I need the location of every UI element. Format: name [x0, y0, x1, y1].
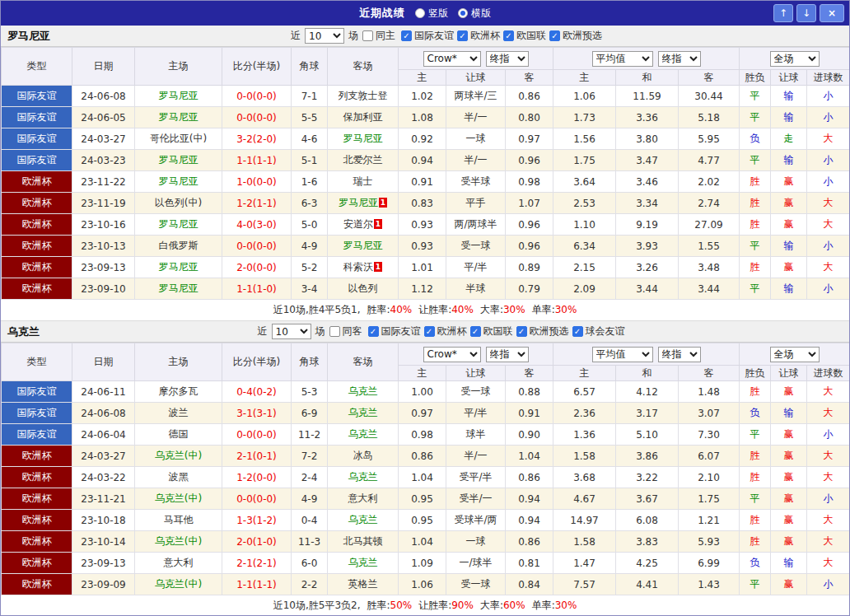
team-label: 罗马尼亚	[159, 111, 198, 123]
odds-home: 0.94	[399, 150, 446, 171]
sub-col-handicap-result: 让球	[771, 366, 807, 381]
scroll-up-button[interactable]: ↑	[773, 4, 793, 22]
radio-selected-icon[interactable]	[458, 8, 468, 18]
team-label: 乌克兰(中)	[155, 450, 202, 461]
result-outcome: 胜	[740, 467, 771, 488]
away-team: 乌克兰	[328, 424, 399, 446]
avg-away: 5.18	[679, 107, 740, 128]
match-date: 24-06-11	[72, 381, 135, 403]
scope-select[interactable]: 全场	[770, 347, 820, 362]
checkbox-checked-icon[interactable]: ✓	[368, 326, 379, 337]
competition-filter[interactable]: ✓欧国联	[503, 29, 546, 43]
match-row: 欧洲杯23-10-14乌克兰(中)2-0(1-0)11-3北马其顿1.04一球0…	[2, 531, 850, 553]
odds-home: 1.12	[399, 278, 446, 300]
result-goals: 大	[807, 446, 850, 467]
result-goals: 大	[807, 193, 850, 214]
filter-bar: 近 10 场 同客 ✓国际友谊✓欧洲杯✓欧国联✓欧洲预选✓球会友谊	[40, 324, 843, 339]
odds-company-select[interactable]: Crow*	[423, 51, 481, 67]
average-select[interactable]: 平均值	[592, 51, 653, 67]
scroll-down-button[interactable]: ↓	[796, 4, 816, 22]
odds-home: 0.86	[399, 446, 446, 467]
odds-away: 0.90	[506, 424, 553, 446]
avg-draw: 6.08	[616, 510, 679, 531]
same-home-filter[interactable]: 同主	[362, 29, 395, 43]
odds-away: 0.79	[506, 278, 553, 300]
team-label: 哥伦比亚(中)	[150, 133, 207, 144]
team-label: 乌克兰(中)	[155, 492, 202, 504]
competition-filter[interactable]: ✓欧洲预选	[549, 29, 602, 43]
competition-filter[interactable]: ✓欧洲杯	[424, 324, 467, 338]
close-button[interactable]: ×	[820, 4, 844, 22]
same-away-filter[interactable]: 同客	[329, 324, 362, 338]
match-row: 国际友谊24-06-04德国0-0(0-0)11-2乌克兰0.98球半0.901…	[2, 424, 850, 446]
games-label: 场	[348, 29, 358, 43]
team-label: 罗马尼亚	[159, 218, 198, 230]
checkbox-checked-icon[interactable]: ✓	[401, 30, 412, 41]
match-row: 欧洲杯23-10-18马耳他1-3(1-2)0-4乌克兰0.95受球半/两0.9…	[2, 510, 850, 531]
avg-draw: 3.17	[616, 403, 679, 424]
competition-filter[interactable]: ✓球会友谊	[572, 324, 625, 338]
checkbox-unchecked-icon[interactable]	[362, 30, 373, 41]
match-type-badge: 欧洲杯	[2, 193, 72, 214]
competition-filter[interactable]: ✓欧国联	[470, 324, 513, 338]
scope-select[interactable]: 全场	[770, 51, 820, 67]
sub-col-avg-away: 客	[679, 366, 740, 381]
match-date: 23-10-13	[72, 236, 135, 257]
competition-filter[interactable]: ✓欧洲预选	[516, 324, 569, 338]
match-score: 0-4(0-2)	[222, 381, 292, 403]
avg-draw: 9.19	[616, 214, 679, 236]
checkbox-checked-icon[interactable]: ✓	[549, 30, 560, 41]
match-score: 0-0(0-0)	[222, 424, 292, 446]
average-stage-select[interactable]: 终指	[658, 347, 701, 362]
match-count-select[interactable]: 10	[305, 28, 344, 44]
checkbox-checked-icon[interactable]: ✓	[470, 326, 481, 337]
radio-unselected-icon[interactable]	[415, 8, 425, 18]
team-label: 罗马尼亚	[343, 133, 383, 144]
corner-count: 6-0	[292, 553, 328, 574]
checkbox-checked-icon[interactable]: ✓	[424, 326, 435, 337]
checkbox-checked-icon[interactable]: ✓	[457, 30, 468, 41]
odds-company-select[interactable]: Crow*	[423, 347, 481, 362]
odds-handicap: 受半/一	[446, 488, 506, 510]
match-row: 国际友谊24-06-08波兰3-1(3-1)6-9乌克兰0.97平/半0.912…	[2, 403, 850, 424]
odds-away: 1.07	[506, 193, 553, 214]
odds-handicap: 一球	[446, 531, 506, 553]
competition-filter[interactable]: ✓欧洲杯	[457, 29, 500, 43]
avg-home: 3.64	[553, 171, 616, 193]
odds-handicap: 平手	[446, 193, 506, 214]
avg-home: 1.47	[553, 553, 616, 574]
competition-filter-label: 国际友谊	[381, 324, 421, 338]
layout-radio-horizontal[interactable]: 横版	[458, 7, 491, 21]
away-team: 瑞士	[328, 171, 399, 193]
match-count-select[interactable]: 10	[272, 324, 311, 339]
odds-home: 0.95	[399, 488, 446, 510]
team-label: 乌克兰	[348, 428, 378, 440]
odds-stage-select[interactable]: 终指	[486, 51, 529, 67]
avg-draw: 3.22	[616, 467, 679, 488]
layout-radio-vertical[interactable]: 竖版	[415, 7, 448, 21]
match-date: 24-06-05	[72, 107, 135, 128]
avg-draw: 3.83	[616, 531, 679, 553]
home-team: 乌克兰(中)	[135, 531, 222, 553]
odds-home: 0.95	[399, 510, 446, 531]
competition-filter[interactable]: ✓国际友谊	[401, 29, 454, 43]
average-stage-select[interactable]: 终指	[658, 51, 701, 67]
avg-home: 1.06	[553, 86, 616, 107]
odds-stage-select[interactable]: 终指	[486, 347, 529, 362]
checkbox-checked-icon[interactable]: ✓	[572, 326, 583, 337]
result-outcome: 平	[740, 488, 771, 510]
checkbox-checked-icon[interactable]: ✓	[516, 326, 527, 337]
match-date: 24-03-22	[72, 467, 135, 488]
odds-handicap: 一/球半	[446, 553, 506, 574]
checkbox-checked-icon[interactable]: ✓	[503, 30, 514, 41]
result-handicap: 输	[771, 86, 807, 107]
competition-filters: ✓国际友谊✓欧洲杯✓欧国联✓欧洲预选✓球会友谊	[367, 324, 625, 338]
team-name: 乌克兰	[7, 324, 40, 339]
match-type-badge: 欧洲杯	[2, 214, 72, 236]
match-score: 1-2(1-1)	[222, 193, 292, 214]
average-select[interactable]: 平均值	[592, 347, 653, 362]
corner-count: 4-9	[292, 488, 328, 510]
odds-handicap: 平/半	[446, 403, 506, 424]
competition-filter[interactable]: ✓国际友谊	[368, 324, 421, 338]
checkbox-unchecked-icon[interactable]	[329, 326, 340, 337]
